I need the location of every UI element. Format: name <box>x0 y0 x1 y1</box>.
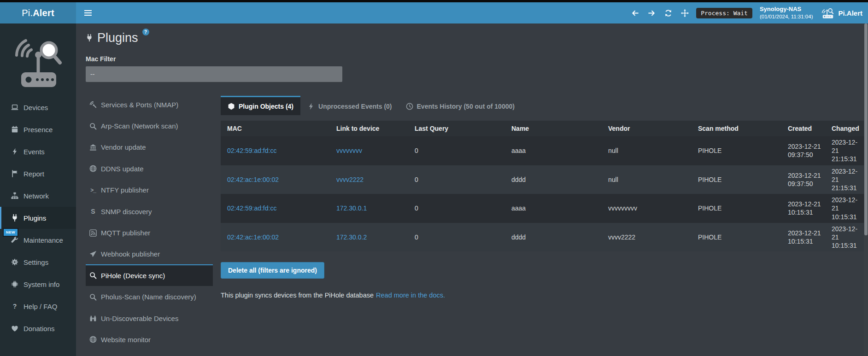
cell-last-query: 0 <box>408 165 505 194</box>
question-icon: ? <box>11 303 18 310</box>
plugin-nav: Services & Ports (NMAP)Arp-Scan (Network… <box>86 93 213 350</box>
column-header-created: Created <box>781 121 825 136</box>
terminal-icon: >_ <box>89 187 97 194</box>
cell-created: 2023-12-21 09:37:50 <box>781 136 825 165</box>
tab-label: Plugin Objects (4) <box>239 103 293 110</box>
tab-label: Events History (50 out of 10000) <box>417 103 515 110</box>
shell: DevicesPresenceEventsReportNetworkPlugin… <box>0 23 868 356</box>
cell-created: 2023-12-21 10:15:31 <box>781 223 825 252</box>
refresh-icon[interactable] <box>664 9 672 17</box>
tab-plugin-objects-4[interactable]: Plugin Objects (4) <box>221 96 300 115</box>
help-badge[interactable]: ? <box>142 29 149 35</box>
sidebar-item-plugins[interactable]: Plugins <box>0 207 76 229</box>
brand-logo[interactable]: Pi.Alert <box>0 2 76 23</box>
plugin-nav-label: Un-Discoverable Devices <box>101 315 178 322</box>
plugin-nav-item-pihole-device-sync[interactable]: PiHole (Device sync) <box>86 264 213 286</box>
sidebar-item-donations[interactable]: Donations <box>0 317 76 339</box>
cell-link-to-device: vvvvvvvv <box>330 136 408 165</box>
delete-all-button[interactable]: Delete all (filters are ignored) <box>221 262 324 279</box>
cell-link[interactable]: 172.30.0.2 <box>336 233 367 241</box>
sidebar-menu: DevicesPresenceEventsReportNetworkPlugin… <box>0 96 76 339</box>
table-row: 02:42:59:ad:fd:cc172.30.0.10aaaavvvvvvvv… <box>221 194 866 223</box>
wrench-icon <box>11 236 18 244</box>
sidebar-item-report[interactable]: Report <box>0 163 76 185</box>
brand-bold: Alert <box>33 8 54 18</box>
page-header: Plugins ? <box>86 29 866 46</box>
sidebar-item-network[interactable]: Network <box>0 185 76 207</box>
mac-filter-input[interactable] <box>86 66 342 82</box>
cell-link[interactable]: 02:42:59:ad:fd:cc <box>227 147 276 154</box>
process-status-badge[interactable]: Process: Wait <box>696 8 752 18</box>
send-icon <box>89 251 97 258</box>
plugin-nav-item-webhook-publisher[interactable]: Webhook publisher <box>86 243 213 264</box>
plugin-nav-item-arp-scan-network-scan[interactable]: Arp-Scan (Network scan) <box>86 115 213 136</box>
plugin-nav-item-vendor-update[interactable]: Vendor update <box>86 136 213 158</box>
table-row: 02:42:ac:1e:00:02172.30.0.20ddddvvvv2222… <box>221 223 866 252</box>
cell-changed: 2023-12-21 21:15:31 <box>825 136 866 165</box>
table-header-row: MACLink to deviceLast QueryNameVendorSca… <box>221 121 866 136</box>
page-title: Plugins <box>97 31 138 45</box>
flag-icon <box>11 170 18 177</box>
cell-vendor: vvvvvvvvv <box>602 194 692 223</box>
sidebar-item-label: Plugins <box>23 214 46 222</box>
plugin-description-text: This plugin syncs devices from the PiHol… <box>221 292 374 299</box>
cell-changed: 2023-12-21 10:15:31 <box>825 223 866 252</box>
forward-arrow-icon[interactable] <box>648 9 656 17</box>
plugin-nav-item-pholus-scan-name-discovery[interactable]: Pholus-Scan (Name discovery) <box>86 286 213 307</box>
tab-unprocessed-events-0[interactable]: Unprocessed Events (0) <box>300 96 399 115</box>
cell-name: dddd <box>505 165 602 194</box>
cell-link[interactable]: 02:42:59:ad:fd:cc <box>227 204 276 212</box>
cell-link[interactable]: 02:42:ac:1e:00:02 <box>227 233 279 241</box>
column-header-changed: Changed <box>825 121 866 136</box>
cell-scan-method: PIHOLE <box>692 194 781 223</box>
column-header-last-query: Last Query <box>408 121 505 136</box>
bolt-icon <box>307 103 315 110</box>
sidebar-item-events[interactable]: Events <box>0 140 76 163</box>
laptop-icon <box>11 104 18 111</box>
brand-pre: Pi. <box>22 8 33 18</box>
back-arrow-icon[interactable] <box>631 9 639 17</box>
plugin-nav-label: Website monitor <box>101 336 151 344</box>
move-arrows-icon[interactable] <box>681 9 689 17</box>
cell-link[interactable]: 02:42:ac:1e:00:02 <box>227 176 279 183</box>
cell-link[interactable]: vvvvvvvv <box>336 147 362 154</box>
tab-events-history-50-out-of-10000[interactable]: Events History (50 out of 10000) <box>399 96 522 115</box>
main-content: Plugins ? Mac Filter Services & Ports (N… <box>76 23 868 356</box>
plugin-nav-item-ddns-update[interactable]: DDNS update <box>86 158 213 179</box>
sidebar-item-help-faq[interactable]: ?Help / FAQ <box>0 295 76 317</box>
cell-created: 2023-12-21 10:15:31 <box>781 194 825 223</box>
cell-link-to-device: vvvv2222 <box>330 165 408 194</box>
sidebar-item-devices[interactable]: Devices <box>0 96 76 118</box>
plug-icon <box>11 214 18 222</box>
plugin-nav-item-un-discoverable-devices[interactable]: Un-Discoverable Devices <box>86 307 213 328</box>
column-header-link-to-device: Link to device <box>330 121 408 136</box>
page-scrollbar[interactable] <box>864 23 868 356</box>
table-row: 02:42:ac:1e:00:02vvvv22220ddddnullPIHOLE… <box>221 165 866 194</box>
plugin-nav-item-mqtt-publisher[interactable]: MQTT publisher <box>86 222 213 243</box>
host-info: Synology-NAS (01/01/2024, 11:31:04) <box>760 5 813 20</box>
satellite-dish-icon <box>89 101 97 108</box>
plugin-nav-label: SNMP discovery <box>101 208 152 216</box>
docs-link[interactable]: Read more in the docs. <box>376 292 445 299</box>
host-name: Synology-NAS <box>760 5 813 13</box>
cell-link-to-device: 172.30.0.1 <box>330 194 408 223</box>
plugin-nav-label: NTFY publisher <box>101 186 149 194</box>
plugin-nav-item-ntfy-publisher[interactable]: >_NTFY publisher <box>86 179 213 200</box>
topbar-app-name[interactable]: Pi.Alert <box>838 9 862 17</box>
bank-icon <box>89 144 97 151</box>
plugin-nav-item-website-monitor[interactable]: Website monitor <box>86 328 213 350</box>
sidebar-item-presence[interactable]: Presence <box>0 118 76 140</box>
plugin-nav-item-services-ports-nmap[interactable]: Services & Ports (NMAP) <box>86 93 213 115</box>
sidebar-item-settings[interactable]: Settings <box>0 251 76 273</box>
plugin-nav-label: Pholus-Scan (Name discovery) <box>101 293 196 301</box>
cell-link[interactable]: vvvv2222 <box>336 176 364 183</box>
tab-label: Unprocessed Events (0) <box>318 103 392 110</box>
sidebar-item-label: Report <box>23 170 44 178</box>
sidebar-item-system-info[interactable]: System info <box>0 273 76 295</box>
sidebar-toggle-icon[interactable] <box>84 10 92 16</box>
cell-link[interactable]: 172.30.0.1 <box>336 204 367 212</box>
scrollbar-thumb[interactable] <box>864 23 868 235</box>
sitemap-icon <box>11 192 18 199</box>
plugin-nav-item-snmp-discovery[interactable]: SSNMP discovery <box>86 200 213 222</box>
cell-name: dddd <box>505 223 602 252</box>
